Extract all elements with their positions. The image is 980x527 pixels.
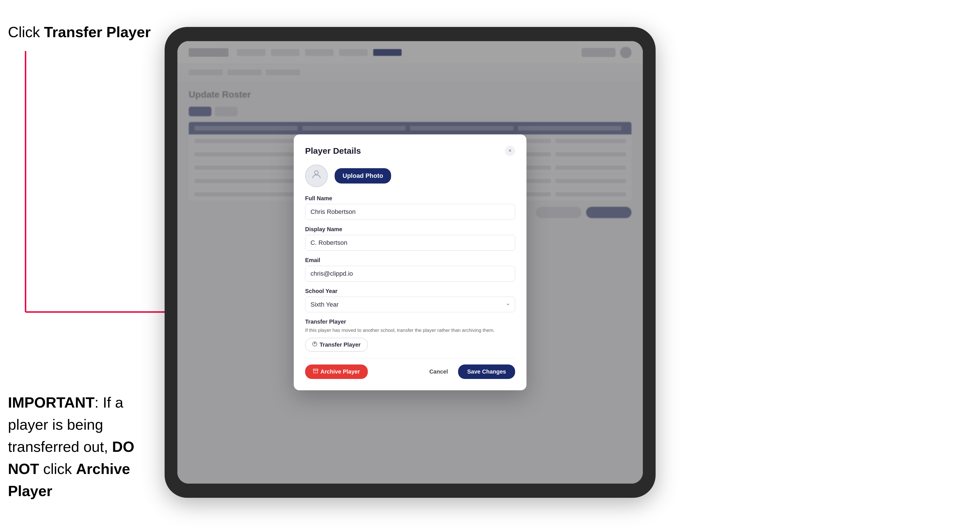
footer-right: Cancel Save Changes (424, 365, 515, 379)
archive-icon (313, 368, 318, 375)
school-year-group: School Year First Year Second Year Third… (305, 288, 515, 312)
player-details-modal: Player Details × Upload Photo (294, 135, 527, 390)
full-name-group: Full Name (305, 195, 515, 220)
email-group: Email (305, 257, 515, 282)
modal-close-button[interactable]: × (505, 146, 515, 156)
transfer-icon (312, 341, 317, 348)
full-name-input[interactable] (305, 204, 515, 220)
svg-point-3 (315, 171, 318, 175)
instruction-bottom: IMPORTANT: If a player is being transfer… (8, 391, 167, 502)
instruction-bottom-important: IMPORTANT (8, 394, 94, 411)
email-label: Email (305, 257, 515, 264)
archive-player-button[interactable]: Archive Player (305, 365, 368, 379)
display-name-label: Display Name (305, 226, 515, 233)
transfer-player-button[interactable]: Transfer Player (305, 338, 368, 352)
avatar-circle (305, 165, 328, 187)
display-name-group: Display Name (305, 226, 515, 251)
email-input[interactable] (305, 266, 515, 282)
instruction-top-prefix: Click (8, 24, 44, 40)
upload-photo-button[interactable]: Upload Photo (335, 168, 391, 184)
transfer-player-section: Transfer Player If this player has moved… (305, 319, 515, 352)
tablet-screen: Update Roster (177, 41, 643, 484)
cancel-button[interactable]: Cancel (424, 365, 454, 379)
instruction-top: Click Transfer Player (8, 23, 151, 42)
school-year-label: School Year (305, 288, 515, 294)
save-changes-button[interactable]: Save Changes (458, 365, 515, 379)
display-name-input[interactable] (305, 235, 515, 251)
photo-upload-row: Upload Photo (305, 165, 515, 187)
instruction-top-bold: Transfer Player (44, 24, 151, 40)
transfer-player-label: Transfer Player (320, 341, 361, 348)
full-name-label: Full Name (305, 195, 515, 202)
modal-footer: Archive Player Cancel Save Changes (305, 359, 515, 379)
school-year-select[interactable]: First Year Second Year Third Year Fourth… (305, 297, 515, 312)
avatar-person-icon (311, 169, 322, 183)
modal-overlay: Player Details × Upload Photo (177, 41, 643, 484)
archive-player-label: Archive Player (320, 368, 360, 375)
modal-title: Player Details (305, 146, 361, 156)
modal-header: Player Details × (305, 146, 515, 156)
tablet-device: Update Roster (165, 27, 655, 498)
transfer-section-desc: If this player has moved to another scho… (305, 327, 515, 334)
instruction-bottom-text2: click (39, 460, 76, 477)
transfer-section-title: Transfer Player (305, 319, 515, 325)
